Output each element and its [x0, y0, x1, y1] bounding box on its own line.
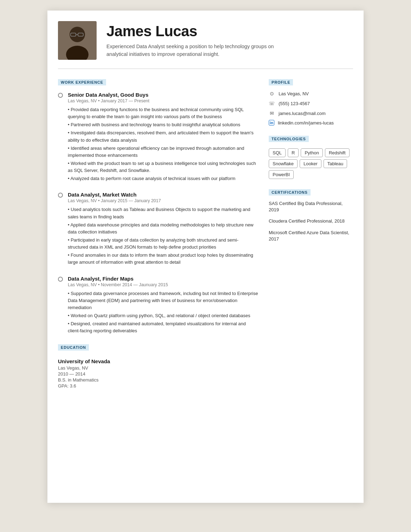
education-entry: University of Nevada Las Vegas, NV 2010 …: [58, 358, 258, 389]
bullet-1-5: • Worked with the product team to set up…: [68, 160, 258, 174]
bullet-3-1: • Supported data governance processes an…: [68, 290, 258, 311]
tech-redshift: Redshift: [325, 148, 350, 157]
header-section: James Lucas Experienced Data Analyst see…: [47, 11, 364, 69]
job-bullet-circle-1: [58, 93, 63, 98]
job-meta-2: Las Vegas, NV • January 2015 — January 2…: [68, 198, 258, 203]
candidate-tagline: Experienced Data Analyst seeking a posit…: [106, 43, 289, 58]
bullet-2-3: • Participated in early stage of data co…: [68, 237, 258, 251]
edu-degree: B.S. in Mathematics: [58, 377, 258, 383]
job-entry-1: Senior Data Analyst, Good Buys Las Vegas…: [58, 92, 258, 183]
edu-school: University of Nevada: [58, 358, 258, 364]
bullet-1-2: • Partnered with business and technology…: [68, 121, 258, 128]
bullet-1-1: • Provided data reporting functions to t…: [68, 106, 258, 120]
linkedin-icon: in: [269, 120, 274, 126]
job-bullet-circle-2: [58, 193, 63, 198]
job-title-2: Data Analyst, Market Watch: [68, 192, 258, 198]
cert-3: Microsoft Certified Azure Data Scientist…: [269, 230, 353, 242]
bullet-2-4: • Found anomalies in our data to inform …: [68, 252, 258, 266]
technologies-label: TECHNOLOGIES: [269, 136, 309, 142]
tech-sql: SQL: [269, 148, 286, 157]
work-experience-section: WORK EXPERIENCE Senior Data Analyst, Goo…: [58, 79, 258, 335]
resume: James Lucas Experienced Data Analyst see…: [47, 11, 364, 503]
bullet-1-3: • Investigated data discrepancies, resol…: [68, 129, 258, 143]
tech-r: R: [288, 148, 299, 157]
job-title-1: Senior Data Analyst, Good Buys: [68, 92, 258, 98]
profile-email: ✉ james.lucas@mail.com: [269, 110, 353, 116]
job-bullets-3: • Supported data governance processes an…: [68, 290, 258, 335]
job-content-1: Senior Data Analyst, Good Buys Las Vegas…: [68, 92, 258, 183]
bullet-1-4: • Identified areas where operational eff…: [68, 145, 258, 159]
profile-phone: ☏ (555) 123-4567: [269, 100, 353, 107]
bullet-1-6: • Analyzed data to perform root cause an…: [68, 175, 258, 182]
certifications-label: CERTIFICATIONS: [269, 189, 311, 196]
profile-email-text: james.lucas@mail.com: [279, 111, 326, 116]
candidate-name: James Lucas: [106, 23, 289, 40]
cert-2: Cloudera Certified Professional, 2018: [269, 218, 353, 224]
profile-linkedin-text: linkedin.com/in/james-lucas: [278, 120, 334, 126]
tech-grid: SQL R Python Redshift Snowflake Looker T…: [269, 148, 353, 179]
tech-tableau: Tableau: [324, 159, 347, 168]
profile-phone-text: (555) 123-4567: [279, 101, 310, 106]
job-meta-3: Las Vegas, NV • November 2014 — Jaunuary…: [68, 282, 258, 287]
phone-icon: ☏: [269, 100, 275, 107]
tech-snowflake: Snowflake: [269, 159, 298, 168]
bullet-2-1: • Used analytics tools such as Tableau a…: [68, 206, 258, 220]
profile-location: ⊙ Las Vegas, NV: [269, 90, 353, 97]
tech-python: Python: [301, 148, 322, 157]
job-bullets-2: • Used analytics tools such as Tableau a…: [68, 206, 258, 266]
profile-label: PROFILE: [269, 79, 293, 85]
bullet-3-3: • Designed, created and maintained autom…: [68, 320, 258, 334]
job-title-3: Data Analyst, Finder Maps: [68, 276, 258, 282]
education-section: EDUCATION University of Nevada Las Vegas…: [58, 344, 258, 389]
profile-location-text: Las Vegas, NV: [279, 91, 309, 96]
job-entry-2: Data Analyst, Market Watch Las Vegas, NV…: [58, 192, 258, 267]
job-content-3: Data Analyst, Finder Maps Las Vegas, NV …: [68, 276, 258, 336]
email-icon: ✉: [269, 110, 275, 116]
location-icon: ⊙: [269, 90, 275, 97]
body-layout: WORK EXPERIENCE Senior Data Analyst, Goo…: [47, 69, 364, 400]
edu-location: Las Vegas, NV: [58, 365, 258, 371]
technologies-section: TECHNOLOGIES SQL R Python Redshift Snowf…: [269, 135, 353, 179]
job-bullets-1: • Provided data reporting functions to t…: [68, 106, 258, 182]
tech-looker: Looker: [300, 159, 321, 168]
job-content-2: Data Analyst, Market Watch Las Vegas, NV…: [68, 192, 258, 267]
education-label: EDUCATION: [58, 344, 89, 351]
edu-years: 2010 — 2014: [58, 371, 258, 377]
work-experience-label: WORK EXPERIENCE: [58, 79, 106, 85]
profile-linkedin: in linkedin.com/in/james-lucas: [269, 120, 353, 126]
job-meta-1: Las Vegas, NV • January 2017 — Present: [68, 98, 258, 103]
job-bullet-circle-3: [58, 277, 63, 282]
avatar: [58, 21, 97, 60]
job-entry-3: Data Analyst, Finder Maps Las Vegas, NV …: [58, 276, 258, 336]
bullet-3-2: • Worked on Quartz platform using python…: [68, 312, 258, 319]
cert-1: SAS Certified Big Data Professional, 201…: [269, 200, 353, 213]
edu-gpa: GPA: 3.6: [58, 383, 258, 389]
profile-section: PROFILE ⊙ Las Vegas, NV ☏ (555) 123-4567…: [269, 79, 353, 126]
tech-powerbi: PowerBI: [269, 170, 294, 179]
bullet-2-2: • Applied data warehouse principles and …: [68, 222, 258, 236]
right-column: PROFILE ⊙ Las Vegas, NV ☏ (555) 123-4567…: [269, 79, 353, 389]
left-column: WORK EXPERIENCE Senior Data Analyst, Goo…: [58, 79, 258, 389]
header-text: James Lucas Experienced Data Analyst see…: [106, 23, 289, 58]
certifications-section: CERTIFICATIONS SAS Certified Big Data Pr…: [269, 189, 353, 242]
